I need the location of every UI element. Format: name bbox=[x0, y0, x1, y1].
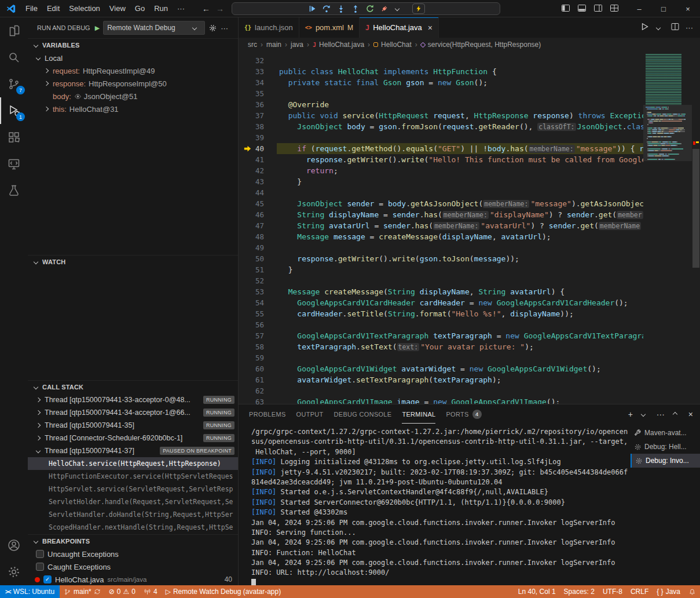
callstack-frame-row[interactable]: ScopedHandler.nextHandle(String,Request,… bbox=[28, 521, 238, 534]
gutter-line[interactable]: 59 bbox=[239, 352, 277, 363]
debug-continue-button[interactable] bbox=[307, 3, 317, 14]
call-stack-section-header[interactable]: CALL STACK bbox=[28, 381, 238, 393]
views-more-actions-icon[interactable]: ··· bbox=[221, 24, 228, 32]
variable-row[interactable]: this:HelloChat@31 bbox=[28, 103, 238, 115]
chevron-down-icon[interactable] bbox=[395, 6, 400, 11]
gutter-line[interactable]: 60 bbox=[239, 363, 277, 374]
breakpoints-section-header[interactable]: BREAKPOINTS bbox=[28, 535, 238, 548]
start-debugging-button[interactable]: ▶ bbox=[95, 24, 100, 32]
gutter-line[interactable]: 49 bbox=[239, 242, 277, 253]
menu-item-run[interactable]: Run bbox=[149, 0, 173, 17]
gutter-line[interactable]: 55 bbox=[239, 308, 277, 319]
breadcrumb-item[interactable]: main bbox=[266, 41, 281, 49]
callstack-thread-row[interactable]: Thread [qtp1500079441-34-acceptor-1@66..… bbox=[28, 406, 238, 419]
indentation-setting[interactable]: Spaces: 2 bbox=[560, 585, 599, 598]
gutter-line[interactable]: 44 bbox=[239, 187, 277, 198]
debug-step-into-button[interactable] bbox=[336, 3, 346, 14]
maximize-panel-icon[interactable] bbox=[673, 411, 677, 416]
menu-item-selection[interactable]: Selection bbox=[64, 0, 104, 17]
tab-hellochat.java[interactable]: JHelloChat.java× bbox=[360, 17, 439, 38]
gutter-line[interactable]: 47 bbox=[239, 220, 277, 231]
activitybar-extensions[interactable] bbox=[0, 124, 28, 151]
menu-item-view[interactable]: View bbox=[105, 0, 130, 17]
variables-section-header[interactable]: VARIABLES bbox=[28, 39, 238, 52]
split-editor-button[interactable] bbox=[670, 22, 680, 33]
gutter-line[interactable]: 53 bbox=[239, 286, 277, 297]
minimap-viewport[interactable] bbox=[643, 105, 692, 161]
debug-step-over-button[interactable] bbox=[321, 3, 332, 14]
tab-pom.xml[interactable]: <>pom.xmlM bbox=[299, 17, 360, 38]
eol-setting[interactable]: CRLF bbox=[626, 585, 653, 598]
forward-button[interactable]: → bbox=[216, 4, 224, 13]
gutter-line[interactable]: 50 bbox=[239, 253, 277, 264]
tab-launch.json[interactable]: {}launch.json bbox=[239, 17, 299, 38]
close-button[interactable]: × bbox=[676, 0, 700, 17]
minimize-button[interactable]: – bbox=[627, 0, 651, 17]
callstack-frame-row[interactable]: HelloChat.service(HttpRequest,HttpRespon… bbox=[28, 457, 238, 470]
panel-tab-debug-console[interactable]: DEBUG CONSOLE bbox=[334, 404, 392, 424]
breakpoint-checkbox[interactable] bbox=[36, 550, 44, 558]
close-icon[interactable]: × bbox=[428, 23, 433, 32]
breadcrumb-item[interactable]: src bbox=[248, 41, 257, 49]
new-terminal-button[interactable]: + bbox=[628, 410, 633, 419]
gutter-line[interactable]: 52 bbox=[239, 275, 277, 286]
activitybar-explorer[interactable] bbox=[0, 17, 28, 44]
gutter-line[interactable]: 35 bbox=[239, 88, 277, 99]
callstack-frame-row[interactable]: HttpFunctionExecutor.service(HttpServlet… bbox=[28, 470, 238, 483]
watch-section-header[interactable]: WATCH bbox=[28, 256, 238, 268]
debug-session-indicator[interactable]: ▷ Remote Watch Debug (avatar-app) bbox=[162, 585, 285, 598]
debug-gear-icon[interactable] bbox=[208, 24, 217, 32]
toggle-secondary-sidebar-icon[interactable] bbox=[593, 3, 603, 14]
minimap[interactable] bbox=[643, 52, 692, 404]
activitybar-search[interactable] bbox=[0, 44, 28, 71]
activitybar-settings[interactable] bbox=[0, 559, 28, 585]
editor-more-actions-icon[interactable]: ··· bbox=[686, 23, 693, 32]
activitybar-testing[interactable] bbox=[0, 177, 28, 204]
breadcrumb-item[interactable]: service(HttpRequest, HttpResponse) bbox=[421, 41, 541, 49]
debug-config-select[interactable]: Remote Watch Debug bbox=[103, 21, 205, 35]
gutter-line[interactable]: 37 bbox=[239, 110, 277, 121]
lazy-eval-eye-icon[interactable] bbox=[74, 93, 82, 100]
menu-item-file[interactable]: File bbox=[21, 0, 42, 17]
gutter-line[interactable]: 39 bbox=[239, 132, 277, 143]
gutter-line[interactable]: 40 bbox=[239, 143, 277, 154]
breakpoint-row[interactable]: Uncaught Exceptions bbox=[28, 548, 238, 560]
toggle-panel-icon[interactable] bbox=[577, 3, 587, 14]
callstack-thread-row[interactable]: Thread [qtp1500079441-35]RUNNING bbox=[28, 419, 238, 432]
activitybar-account[interactable] bbox=[0, 532, 28, 559]
gutter-line[interactable]: 56 bbox=[239, 319, 277, 330]
callstack-thread-row[interactable]: Thread [Connector-Scheduler-6920b0bc-1]R… bbox=[28, 432, 238, 444]
customize-layout-icon[interactable] bbox=[610, 3, 619, 14]
gutter-line[interactable]: 32 bbox=[239, 55, 277, 66]
debug-restart-button[interactable] bbox=[365, 3, 375, 14]
cursor-position[interactable]: Ln 40, Col 1 bbox=[514, 585, 560, 598]
panel-tab-terminal[interactable]: TERMINAL bbox=[402, 404, 435, 424]
breadcrumb-item[interactable]: JHelloChat.java bbox=[313, 41, 364, 49]
terminal-list-item[interactable]: Debug: Invo... bbox=[631, 454, 700, 468]
callstack-frame-row[interactable]: HttpServlet.service(ServletRequest,Servl… bbox=[28, 483, 238, 495]
menu-item-more[interactable]: ··· bbox=[173, 0, 189, 17]
gutter-line[interactable]: 34 bbox=[239, 77, 277, 88]
menu-item-go[interactable]: Go bbox=[130, 0, 149, 17]
debug-disconnect-button[interactable] bbox=[379, 3, 390, 14]
callstack-frame-row[interactable]: ServletHolder.handle(Request,ServletRequ… bbox=[28, 495, 238, 508]
gutter-line[interactable]: 42 bbox=[239, 165, 277, 176]
gutter-line[interactable]: 57 bbox=[239, 330, 277, 341]
variable-row[interactable]: body:JsonObject@51 bbox=[28, 90, 238, 103]
gutter-line[interactable]: 43 bbox=[239, 176, 277, 187]
gutter-line[interactable]: 46 bbox=[239, 209, 277, 220]
gutter-line[interactable]: 51 bbox=[239, 264, 277, 275]
editor-scrollbar[interactable] bbox=[692, 52, 700, 404]
code-editor[interactable]: 3233343536373839404142434445464748495051… bbox=[239, 52, 700, 404]
encoding-setting[interactable]: UTF-8 bbox=[599, 585, 626, 598]
breadcrumb-item[interactable]: HelloChat bbox=[373, 41, 412, 49]
gutter-line[interactable]: 41 bbox=[239, 154, 277, 165]
activitybar-run-debug[interactable]: 1 bbox=[0, 97, 28, 124]
breakpoint-row[interactable]: ✓HelloChat.javasrc/main/java40 bbox=[28, 573, 238, 585]
panel-tab-ports[interactable]: PORTS4 bbox=[446, 404, 481, 424]
variable-row[interactable]: response:HttpResponseImpl@50 bbox=[28, 77, 238, 90]
gutter-line[interactable]: 62 bbox=[239, 385, 277, 396]
gutter-line[interactable]: 58 bbox=[239, 341, 277, 352]
debug-step-out-button[interactable] bbox=[350, 3, 361, 14]
gutter-line[interactable]: 38 bbox=[239, 121, 277, 132]
